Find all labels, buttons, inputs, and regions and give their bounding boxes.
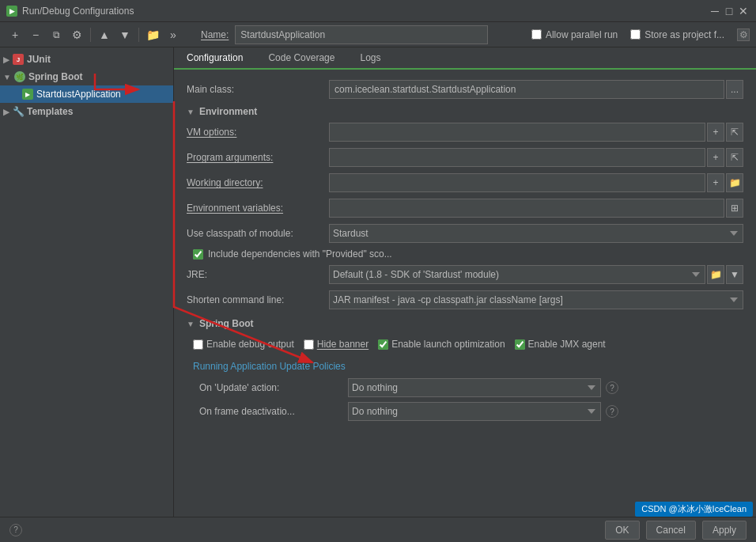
junit-icon: J	[13, 54, 24, 65]
templates-chevron-icon: ▶	[3, 108, 9, 116]
shorten-cmd-label: Shorten command line:	[187, 294, 329, 305]
sidebar-item-label-junit: JUnit	[27, 54, 51, 65]
title-bar-left: ▶ Run/Debug Configurations	[6, 6, 134, 17]
enable-debug-label: Enable debug output	[206, 339, 294, 350]
springboot-icon: 🌿	[14, 71, 25, 82]
on-frame-label: On frame deactivatio...	[199, 406, 342, 417]
jre-dropdown-button[interactable]: ▼	[726, 265, 743, 284]
on-frame-help-icon[interactable]: ?	[606, 405, 618, 418]
allow-parallel-checkbox[interactable]	[531, 29, 542, 40]
junit-chevron-icon: ▶	[3, 55, 9, 64]
working-dir-input[interactable]	[329, 173, 705, 192]
on-update-select-wrap: Do nothing ?	[348, 378, 743, 397]
sidebar-group-templates[interactable]: ▶ 🔧 Templates	[0, 103, 173, 120]
on-update-select[interactable]: Do nothing	[348, 378, 601, 397]
update-policies-title: Running Application Update Policies	[187, 361, 743, 372]
hide-banner-checkbox[interactable]	[304, 339, 314, 350]
toolbar: + − ⧉ ⚙ ▲ ▼ 📁 » Name: Allow parallel run…	[0, 22, 756, 47]
spring-boot-section-header: ▼ Spring Boot	[187, 318, 743, 329]
on-frame-row: On frame deactivatio... Do nothing ?	[187, 402, 743, 421]
env-vars-label: Environment variables:	[187, 203, 329, 214]
more-button[interactable]: »	[164, 26, 182, 44]
up-button[interactable]: ▲	[96, 26, 113, 44]
vm-options-input-wrap: + ⇱	[329, 123, 743, 142]
main-class-browse-button[interactable]: ...	[726, 80, 743, 99]
config-content: Main class: ... ▼ Environment VM options…	[174, 70, 756, 517]
settings-gear-icon[interactable]: ⚙	[737, 28, 750, 41]
toolbar-separator	[90, 28, 91, 42]
name-input[interactable]	[235, 25, 488, 44]
vm-options-expand-button[interactable]: +	[707, 123, 724, 142]
cancel-button[interactable]: Cancel	[646, 521, 696, 540]
include-deps-checkbox-row: Include dependencies with "Provided" sco…	[193, 248, 392, 260]
folder-button[interactable]: 📁	[144, 26, 161, 44]
ok-button[interactable]: OK	[605, 521, 639, 540]
close-button[interactable]: ✕	[737, 5, 750, 17]
down-button[interactable]: ▼	[116, 26, 134, 44]
spring-boot-checkboxes: Enable debug output Hide banner Enable l…	[187, 334, 743, 354]
sidebar-item-label-templates: Templates	[27, 106, 73, 117]
sidebar-item-label-springboot: Spring Boot	[28, 71, 83, 82]
on-frame-select[interactable]: Do nothing	[348, 402, 601, 421]
tab-code-coverage[interactable]: Code Coverage	[255, 47, 347, 70]
sidebar-item-startdust[interactable]: ▶ StartdustApplication	[0, 85, 173, 103]
jre-select[interactable]: Default (1.8 - SDK of 'Stardust' module)	[329, 265, 705, 284]
include-deps-checkbox[interactable]	[193, 249, 203, 260]
jre-select-wrap: Default (1.8 - SDK of 'Stardust' module)…	[329, 265, 743, 284]
bottom-bar: ? OK Cancel Apply	[0, 517, 756, 542]
enable-jmx-checkbox[interactable]	[515, 339, 525, 350]
store-project-checkbox[interactable]	[630, 29, 641, 40]
store-project-row: Store as project f...	[630, 29, 724, 40]
hide-banner-label: Hide banner	[317, 339, 369, 350]
jre-row: JRE: Default (1.8 - SDK of 'Stardust' mo…	[187, 264, 743, 285]
vm-options-label: VM options:	[187, 127, 329, 138]
main-class-row: Main class: ...	[187, 79, 743, 100]
tab-configuration[interactable]: Configuration	[174, 47, 255, 70]
jre-folder-button[interactable]: 📁	[707, 265, 724, 284]
minimize-button[interactable]: ─	[709, 5, 721, 17]
app-run-icon: ▶	[22, 89, 33, 100]
main-class-input-wrap: ...	[329, 80, 743, 99]
update-policies-section: Running Application Update Policies On '…	[187, 361, 743, 421]
vm-options-input[interactable]	[329, 123, 705, 142]
working-dir-folder-button[interactable]: 📁	[726, 173, 743, 192]
maximize-button[interactable]: □	[723, 5, 735, 17]
sidebar: ▶ J JUnit ▼ 🌿 Spring Boot ▶ StartdustApp…	[0, 47, 174, 517]
classpath-select[interactable]: Stardust	[329, 224, 743, 243]
main-class-input[interactable]	[329, 80, 724, 99]
copy-button[interactable]: ⧉	[47, 26, 65, 44]
sidebar-group-springboot[interactable]: ▼ 🌿 Spring Boot	[0, 68, 173, 85]
tab-logs[interactable]: Logs	[347, 47, 393, 70]
program-args-input[interactable]	[329, 148, 705, 167]
allow-parallel-label: Allow parallel run	[546, 29, 618, 40]
shorten-cmd-select[interactable]: JAR manifest - java -cp classpath.jar cl…	[329, 290, 743, 309]
vm-options-expand2-button[interactable]: ⇱	[726, 123, 743, 142]
program-args-label: Program arguments:	[187, 152, 329, 163]
env-chevron-icon: ▼	[187, 108, 195, 116]
env-vars-input-wrap: ⊞	[329, 199, 743, 218]
enable-debug-row: Enable debug output	[193, 339, 294, 350]
env-vars-input[interactable]	[329, 199, 724, 218]
enable-debug-checkbox[interactable]	[193, 339, 203, 350]
working-dir-expand-button[interactable]: +	[707, 173, 724, 192]
bottom-help-icon[interactable]: ?	[9, 524, 22, 536]
sidebar-group-junit[interactable]: ▶ J JUnit	[0, 51, 173, 68]
classpath-label: Use classpath of module:	[187, 228, 329, 239]
templates-icon: 🔧	[13, 106, 24, 117]
env-vars-edit-button[interactable]: ⊞	[726, 199, 743, 218]
enable-launch-row: Enable launch optimization	[378, 339, 505, 350]
enable-jmx-row: Enable JMX agent	[515, 339, 606, 350]
window-title: Run/Debug Configurations	[22, 6, 134, 17]
settings-button[interactable]: ⚙	[68, 26, 85, 44]
on-update-help-icon[interactable]: ?	[606, 381, 618, 394]
toolbar-separator-2	[138, 28, 139, 42]
program-args-expand2-button[interactable]: ⇱	[726, 148, 743, 167]
apply-button[interactable]: Apply	[702, 521, 747, 540]
main-layout: ▶ J JUnit ▼ 🌿 Spring Boot ▶ StartdustApp…	[0, 47, 756, 517]
enable-launch-checkbox[interactable]	[378, 339, 388, 350]
add-button[interactable]: +	[6, 26, 24, 44]
program-args-expand-button[interactable]: +	[707, 148, 724, 167]
vm-options-row: VM options: + ⇱	[187, 122, 743, 142]
hide-banner-row: Hide banner	[304, 339, 369, 350]
remove-button[interactable]: −	[27, 26, 44, 44]
